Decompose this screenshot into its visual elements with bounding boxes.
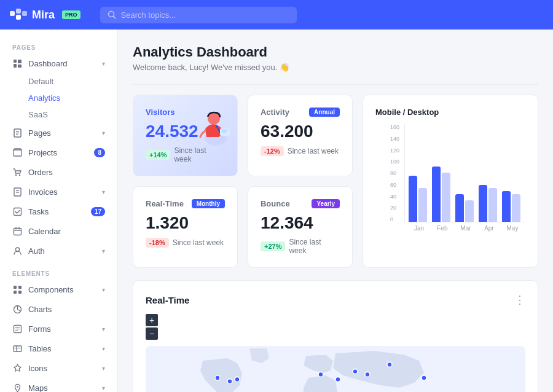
realtime-footer: -18% Since last week [146,238,225,248]
zoom-out-button[interactable]: − [146,327,158,340]
chevron-down-icon: ▾ [102,365,105,372]
sidebar-item-icons-label: Icons [28,364,47,373]
pages-section-label: PAGES [0,39,117,53]
svg-rect-7 [14,64,17,68]
svg-point-44 [227,379,232,384]
chevron-down-icon: ▾ [102,286,105,293]
icons-icon [12,363,22,373]
sidebar-item-components[interactable]: Components ▾ [0,280,117,299]
zoom-in-button[interactable]: + [146,314,158,326]
activity-card: Activity Annual 63.200 -12% Since last w… [248,95,353,176]
sidebar-item-auth[interactable]: Auth ▾ [0,241,117,261]
calendar-icon [12,226,22,236]
sidebar-item-maps[interactable]: Maps ▾ [0,378,117,392]
chevron-down-icon: ▾ [102,130,105,136]
bar-apr-dark [479,185,487,222]
svg-point-48 [335,377,340,382]
sidebar-item-charts-label: Charts [28,305,52,314]
svg-point-14 [15,174,16,175]
sidebar: PAGES Dashboard ▾ Default Analytics SaaS… [0,29,118,392]
sidebar-item-forms[interactable]: Forms ▾ [0,319,117,339]
svg-rect-9 [18,65,22,68]
more-options-icon[interactable]: ⋮ [514,293,525,307]
bounce-value: 12.364 [261,213,340,233]
chevron-down-icon: ▾ [102,248,105,254]
stats-grid: Visitors 24.5 [133,95,538,268]
bounce-label: Bounce [261,199,290,208]
sidebar-item-projects-label: Projects [28,148,57,157]
svg-point-52 [422,375,426,380]
activity-since: Since last week [288,147,339,155]
projects-badge: 8 [94,148,105,157]
sidebar-item-forms-label: Forms [28,324,51,334]
bar-chart: 160 140 120 100 80 60 40 20 0 [375,124,525,235]
bar-mar-dark [455,194,464,222]
sidebar-item-invoices-label: Invoices [28,187,58,197]
sidebar-sub-default[interactable]: Default [0,73,117,90]
bar-jan-light [418,188,427,222]
projects-icon [12,147,22,157]
visitors-change: +14% [146,150,170,160]
bar-feb-dark [432,167,441,222]
activity-badge: Annual [309,108,340,117]
realtime-label: Real-Time [146,199,184,208]
tasks-icon [12,206,22,216]
chevron-down-icon: ▾ [102,189,105,195]
app-name: Mira [32,9,55,22]
sidebar-item-dashboard[interactable]: Dashboard ▾ [0,53,117,73]
realtime-value: 1.320 [146,213,225,233]
sidebar-item-icons[interactable]: Icons ▾ [0,358,117,378]
sidebar-sub-analytics[interactable]: Analytics [0,90,117,106]
bar-group-feb [432,167,450,222]
elements-section-label: ELEMENTS [0,265,117,280]
sidebar-item-calendar[interactable]: Calendar [0,221,117,241]
svg-rect-28 [18,291,22,294]
bar-group-may [502,191,520,222]
sidebar-item-orders[interactable]: Orders [0,162,117,182]
bounce-footer: +27% Since last week [261,238,340,255]
sidebar-item-invoices[interactable]: Invoices ▾ [0,182,117,202]
chevron-down-icon: ▾ [102,345,105,352]
svg-line-5 [113,17,116,19]
bar-group-apr [479,185,497,222]
bar-group-jan [409,176,427,222]
chart-title: Mobile / Desktop [375,108,525,117]
svg-rect-2 [16,15,21,20]
tasks-badge: 17 [91,207,105,216]
bar-jan-dark [409,176,417,222]
content-area: Analytics Dashboard Welcome back, Lucy! … [118,29,553,392]
sidebar-item-tasks[interactable]: Tasks 17 [0,202,117,221]
map-controls: + − [146,314,525,340]
charts-icon [12,304,22,314]
svg-rect-8 [18,60,22,63]
page-title: Analytics Dashboard [133,44,538,60]
sidebar-item-pages[interactable]: Pages ▾ [0,123,117,143]
realtime-map-header: Real-Time ⋮ [146,293,525,307]
invoices-icon [12,187,22,197]
realtime-card: Real-Time Monthly 1.320 -18% Since last … [133,186,238,268]
bounce-card: Bounce Yearly 12.364 +27% Since last wee… [248,186,353,268]
svg-point-47 [318,372,323,377]
sidebar-item-charts[interactable]: Charts [0,299,117,319]
sidebar-sub-saas[interactable]: SaaS [0,106,117,123]
sidebar-item-projects[interactable]: Projects 8 [0,143,117,162]
sidebar-item-tables[interactable]: Tables ▾ [0,339,117,358]
realtime-map-section: Real-Time ⋮ + − [133,280,538,392]
search-bar[interactable] [100,7,297,23]
visitors-label: Visitors [146,108,175,117]
chevron-down-icon: ▾ [102,385,105,391]
dashboard-icon [12,58,22,68]
svg-rect-0 [10,11,15,16]
orders-icon [12,167,22,177]
realtime-card-header: Real-Time Monthly [146,199,225,208]
activity-change: -12% [261,146,284,156]
search-input[interactable] [121,10,289,20]
sidebar-item-maps-label: Maps [28,383,48,393]
pages-icon [12,128,22,138]
visitors-card: Visitors 24.5 [133,95,238,176]
bar-feb-light [442,173,450,222]
x-label-apr: Apr [480,225,498,232]
sidebar-item-calendar-label: Calendar [28,227,61,236]
realtime-since: Since last week [173,238,224,247]
x-label-feb: Feb [433,225,452,232]
